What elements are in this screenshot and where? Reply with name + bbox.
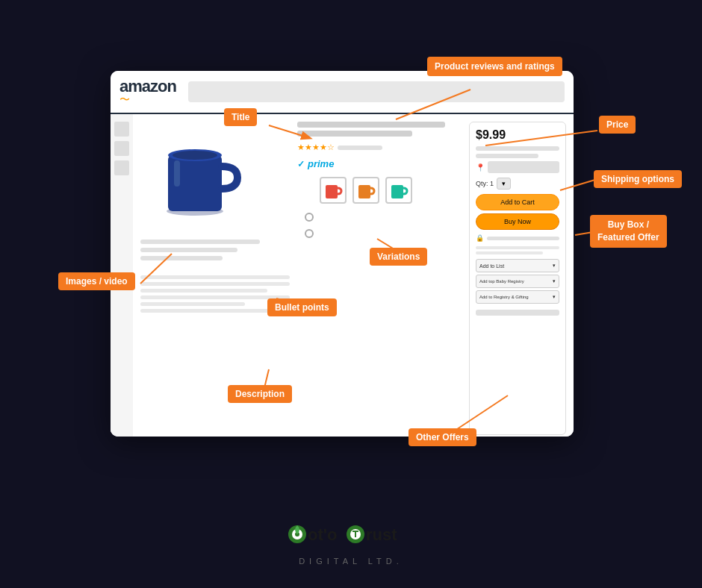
small-info-bars xyxy=(476,246,559,254)
sidebar-block xyxy=(114,141,129,156)
svg-text:rust: rust xyxy=(366,525,397,544)
prime-checkmark: ✓ xyxy=(297,159,305,169)
prime-area: ✓ prime xyxy=(297,158,462,169)
buy-now-button[interactable]: Buy Now xyxy=(476,213,559,230)
bullet-line xyxy=(140,256,223,260)
info-bar xyxy=(476,246,559,249)
browser-header: amazon 〜 xyxy=(111,71,574,114)
sidebar-block xyxy=(114,160,129,175)
mug-image xyxy=(152,129,249,226)
desc-line xyxy=(140,302,245,306)
qty-dropdown[interactable]: ▾ xyxy=(497,178,511,190)
title-annotation-label: Title xyxy=(224,108,257,126)
title-area xyxy=(297,122,462,137)
buy-box-annotation: Buy Box /Featured Offer xyxy=(590,215,667,248)
title-bar xyxy=(297,131,412,137)
add-baby-registry-button[interactable]: Add top Baby Registry ▾ xyxy=(476,275,559,288)
dropdown-arrow-icon-2: ▾ xyxy=(553,278,556,284)
buy-box: $9.99 📍 Qty: 1 ▾ Add to Cart Buy Now xyxy=(469,122,566,435)
add-to-cart-button[interactable]: Add to Cart xyxy=(476,194,559,210)
svg-rect-5 xyxy=(326,185,338,198)
images-annotation: Images / video xyxy=(58,272,135,290)
dropdown-arrow-icon-3: ▾ xyxy=(553,294,556,300)
sidebar-block xyxy=(114,122,129,137)
product-reviews-annotation: Product reviews and ratings xyxy=(427,57,562,76)
rating-area: ★★★★☆ xyxy=(297,143,462,152)
registry-label: Add to Registry & Gifting xyxy=(479,295,529,299)
desc-line xyxy=(140,282,290,286)
lock-icon: 🔒 xyxy=(476,234,484,242)
product-image-area xyxy=(140,122,260,234)
svg-rect-25 xyxy=(355,531,356,537)
shipping-info-bar xyxy=(476,146,559,151)
secure-transaction-row: 🔒 xyxy=(476,234,559,242)
add-to-list-label: Add to List xyxy=(479,263,504,269)
bullet-line xyxy=(140,240,260,244)
svg-point-3 xyxy=(173,151,217,160)
rating-count-bar xyxy=(338,146,382,150)
browser-window: amazon 〜 xyxy=(111,71,574,437)
color-swatch-red[interactable] xyxy=(320,177,347,204)
svg-rect-6 xyxy=(358,185,370,198)
logo-subtitle: DIGITAL LTD. xyxy=(284,557,418,566)
delivery-location-row: 📍 xyxy=(476,161,559,173)
price-annotation: Price xyxy=(599,116,636,134)
star-rating: ★★★★☆ xyxy=(297,143,335,152)
svg-rect-4 xyxy=(174,160,180,187)
description-annotation: Description xyxy=(228,385,292,403)
prime-label: prime xyxy=(308,158,334,169)
desc-line xyxy=(140,295,290,299)
color-swatch-orange[interactable] xyxy=(352,177,379,204)
shipping-annotation: Shipping options xyxy=(594,170,682,188)
dropdown-arrow-icon: ▾ xyxy=(553,263,556,269)
location-pin-icon: 📍 xyxy=(476,163,485,172)
svg-rect-7 xyxy=(391,185,403,198)
color-variations xyxy=(320,177,462,204)
product-middle-column: ★★★★☆ ✓ prime xyxy=(297,122,462,435)
bullet-line xyxy=(140,248,237,252)
variations-annotation: Variations xyxy=(370,248,427,266)
info-bar xyxy=(476,251,543,254)
secure-bar xyxy=(487,237,559,240)
desc-line xyxy=(140,275,290,279)
price-display: $9.99 xyxy=(476,128,559,142)
teal-mug-icon xyxy=(388,179,410,201)
shipping-info-bar-2 xyxy=(476,154,538,158)
bullet-points-area xyxy=(140,240,290,260)
other-offers-bar xyxy=(476,310,559,316)
search-bar[interactable] xyxy=(188,81,565,102)
desc-line xyxy=(140,289,267,293)
bullet-points-annotation: Bullet points xyxy=(267,298,337,316)
orange-mug-icon xyxy=(355,179,377,201)
brand-logo: ot'o rust DIGITAL LTD. xyxy=(284,518,418,566)
baby-registry-label: Add top Baby Registry xyxy=(479,279,524,284)
qty-label: Qty: 1 xyxy=(476,180,494,187)
radio-option-2[interactable] xyxy=(305,229,314,238)
add-to-list-button[interactable]: Add to List ▾ xyxy=(476,259,559,272)
color-swatch-teal[interactable] xyxy=(385,177,412,204)
svg-text:ot'o: ot'o xyxy=(308,525,337,544)
add-registry-button[interactable]: Add to Registry & Gifting ▾ xyxy=(476,290,559,304)
main-content: ★★★★☆ ✓ prime xyxy=(133,114,574,437)
radio-group xyxy=(305,213,462,238)
page-background: amazon 〜 xyxy=(0,0,702,588)
quantity-row: Qty: 1 ▾ xyxy=(476,178,559,190)
title-bar xyxy=(297,122,445,128)
other-offers-annotation: Other Offers xyxy=(409,428,476,446)
radio-option-1[interactable] xyxy=(305,213,314,222)
oto-trust-logo-svg: ot'o rust xyxy=(284,518,418,555)
browser-content: ★★★★☆ ✓ prime xyxy=(111,114,574,437)
amazon-logo: amazon 〜 xyxy=(119,77,176,107)
location-bar xyxy=(488,161,559,173)
red-mug-icon xyxy=(322,179,344,201)
